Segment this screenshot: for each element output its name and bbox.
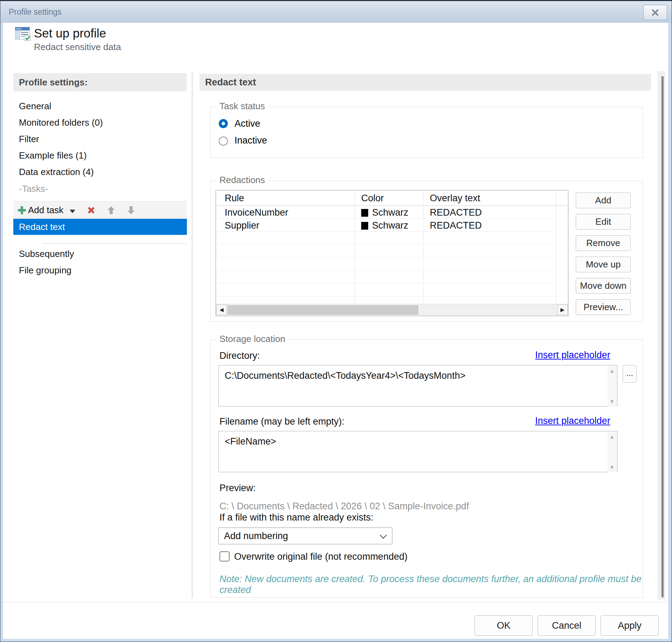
cell-overlay: REDACTED (430, 220, 482, 231)
textbox-scrollbar[interactable]: ▲ ▼ (608, 432, 617, 472)
remove-button[interactable]: Remove (576, 235, 631, 251)
exists-dropdown[interactable]: Add numbering (218, 528, 392, 544)
row-divider (216, 296, 556, 296)
sidebar-item-monitored-folders[interactable]: Monitored folders (0) (13, 115, 187, 130)
move-task-down-icon[interactable] (126, 205, 136, 215)
sidebar-item-filter[interactable]: Filter (13, 131, 187, 147)
scroll-up-icon[interactable]: ▲ (609, 434, 615, 440)
profile-window-icon (15, 27, 31, 42)
add-task-plus-icon[interactable] (17, 205, 27, 215)
move-task-up-icon[interactable] (106, 205, 116, 215)
header-divider (216, 205, 568, 206)
add-task-dropdown-caret[interactable] (70, 210, 75, 213)
storage-location-legend: Storage location (216, 334, 288, 344)
sidebar-divider (42, 243, 187, 244)
cell-color: Schwarz (372, 220, 408, 231)
chevron-down-icon (380, 532, 387, 539)
title-bar: Profile settings (0, 1, 672, 23)
preview-button[interactable]: Preview... (576, 299, 631, 315)
sidebar-item-subsequently[interactable]: Subsequently (13, 246, 187, 261)
column-divider (556, 190, 556, 305)
apply-button[interactable]: Apply (601, 615, 659, 636)
task-status-group: Task status Active Inactive (210, 107, 643, 158)
move-up-button[interactable]: Move up (576, 257, 631, 272)
ok-button[interactable]: OK (475, 615, 533, 636)
panel-scrollbar[interactable] (658, 71, 665, 600)
footer-divider (3, 602, 668, 602)
radio-inactive-label[interactable]: Inactive (234, 135, 267, 146)
row-divider (216, 283, 556, 284)
textbox-scrollbar[interactable]: ▲ ▼ (608, 366, 617, 406)
color-swatch-black (361, 222, 368, 230)
add-task-button[interactable]: Add task (28, 203, 63, 217)
column-header-rule[interactable]: Rule (225, 193, 244, 204)
row-divider (216, 270, 556, 271)
browse-directory-button[interactable]: ... (623, 365, 637, 383)
sidebar-item-file-grouping[interactable]: File grouping (13, 263, 187, 278)
cancel-button[interactable]: Cancel (538, 615, 596, 636)
scroll-down-icon[interactable]: ▼ (609, 398, 615, 404)
scrollbar-thumb[interactable] (227, 305, 418, 315)
sidebar-item-example-files[interactable]: Example files (1) (13, 148, 187, 163)
sidebar-heading: Profile settings: (13, 73, 187, 91)
profile-settings-dialog: Profile settings Set up profile Redact s… (0, 0, 672, 642)
radio-active[interactable] (219, 119, 228, 128)
row-divider (216, 218, 556, 219)
column-header-color[interactable]: Color (361, 193, 384, 204)
exists-label: If a file with this name already exists: (219, 512, 373, 523)
overwrite-checkbox[interactable] (219, 551, 230, 561)
filename-input[interactable]: <FileName> ▲ ▼ (218, 431, 617, 472)
edit-button[interactable]: Edit (576, 214, 631, 230)
column-divider (423, 190, 424, 305)
scroll-down-icon[interactable]: ▼ (609, 464, 615, 470)
tasks-section-label: -Tasks- (19, 183, 48, 194)
sidebar-item-redact-text-selected[interactable]: Redact text (13, 219, 187, 235)
panel-heading: Redact text (200, 74, 651, 91)
panel-scrollbar-thumb[interactable] (662, 76, 664, 597)
cell-color: Schwarz (372, 207, 408, 218)
delete-task-icon[interactable] (86, 205, 96, 215)
close-icon (651, 9, 659, 16)
scroll-right-icon[interactable]: ▶ (557, 305, 568, 315)
insert-placeholder-link-filename[interactable]: Insert placeholder (535, 416, 610, 426)
scroll-left-icon[interactable]: ◀ (216, 305, 227, 315)
redactions-legend: Redactions (216, 175, 268, 186)
column-divider (355, 190, 355, 305)
page-title: Set up profile (34, 26, 106, 40)
preview-label: Preview: (219, 483, 256, 494)
color-swatch-black (361, 209, 368, 217)
radio-active-label[interactable]: Active (234, 118, 260, 129)
overwrite-checkbox-label[interactable]: Overwrite original file (not recommended… (234, 551, 407, 562)
directory-label: Directory: (219, 350, 260, 361)
panel-divider (192, 71, 192, 598)
add-button[interactable]: Add (576, 193, 631, 208)
cell-rule: Supplier (225, 220, 259, 231)
sidebar-item-general[interactable]: General (13, 98, 187, 114)
redactions-table[interactable]: Rule Color Overlay text InvoiceNumber Sc… (216, 190, 568, 316)
task-status-legend: Task status (216, 101, 268, 112)
note-text: Note: New documents are created. To proc… (219, 574, 672, 595)
sidebar-item-data-extraction[interactable]: Data extraction (4) (13, 164, 187, 180)
row-divider (216, 257, 556, 258)
exists-dropdown-value: Add numbering (224, 531, 288, 542)
cell-rule: InvoiceNumber (225, 207, 288, 218)
close-button[interactable] (643, 5, 667, 20)
filename-label: Filename (may be left empty): (219, 416, 344, 427)
row-divider (216, 231, 556, 232)
table-horizontal-scrollbar[interactable]: ◀ ▶ (216, 304, 568, 315)
move-down-button[interactable]: Move down (576, 278, 631, 294)
row-divider (216, 244, 556, 245)
cell-overlay: REDACTED (430, 207, 482, 218)
scroll-up-icon[interactable]: ▲ (609, 368, 615, 374)
window-title: Profile settings (9, 1, 62, 23)
directory-value: C:\Documents\Redacted\<TodaysYear4>\<Tod… (225, 370, 465, 381)
column-header-overlay[interactable]: Overlay text (430, 193, 480, 204)
page-subtitle: Redact sensitive data (34, 42, 121, 53)
directory-input[interactable]: C:\Documents\Redacted\<TodaysYear4>\<Tod… (218, 365, 617, 406)
preview-path: C: \ Documents \ Redacted \ 2026 \ 02 \ … (219, 501, 469, 512)
insert-placeholder-link-directory[interactable]: Insert placeholder (535, 350, 610, 361)
radio-inactive[interactable] (219, 137, 228, 146)
filename-value: <FileName> (225, 436, 276, 447)
